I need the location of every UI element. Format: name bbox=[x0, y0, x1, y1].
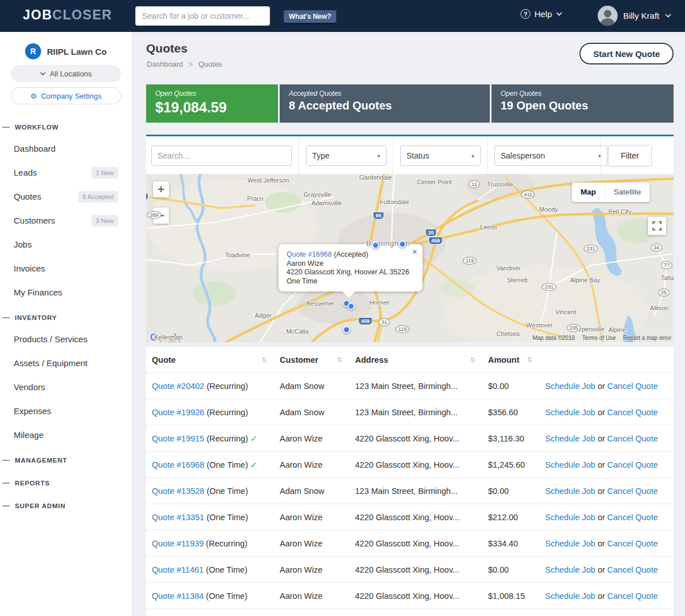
user-menu[interactable]: Billy Kraft bbox=[598, 6, 671, 26]
global-search-input[interactable] bbox=[135, 6, 270, 26]
sidebar-item-invoices[interactable]: Invoices bbox=[0, 257, 132, 281]
map-marker-1[interactable] bbox=[372, 242, 380, 249]
quote-link[interactable]: Quote #19915 bbox=[152, 434, 204, 443]
status-select[interactable]: Status ▾ bbox=[400, 145, 481, 166]
sort-icon[interactable]: ⇅ bbox=[261, 356, 267, 364]
whats-new-button[interactable]: What's New? bbox=[284, 10, 336, 23]
schedule-job-link[interactable]: Schedule Job bbox=[545, 434, 595, 443]
company-settings-button[interactable]: ⚙ Company Settings bbox=[11, 87, 121, 104]
help-label: Help bbox=[534, 9, 552, 19]
google-logo[interactable]: Google bbox=[150, 333, 182, 342]
cancel-quote-link[interactable]: Cancel Quote bbox=[607, 539, 658, 548]
section-dash-icon bbox=[2, 483, 10, 484]
table-row: Quote #19915 (Recurring)✓Aaron Wize4220 … bbox=[146, 425, 674, 452]
sort-icon[interactable]: ⇅ bbox=[470, 356, 476, 364]
map-canvas[interactable]: + − Map Satellite × Quote #16968 (Accept… bbox=[146, 174, 674, 342]
column-header-amount[interactable]: Amount⇅ bbox=[482, 355, 539, 364]
customer-cell: Aaron Wize bbox=[274, 565, 349, 574]
column-header-customer[interactable]: Customer⇅ bbox=[274, 355, 349, 364]
quote-link[interactable]: Quote #13351 bbox=[152, 513, 204, 522]
map-marker-4[interactable] bbox=[348, 303, 355, 310]
sidebar-item-vendors[interactable]: Vendors bbox=[0, 375, 132, 399]
sidebar-item-quotes[interactable]: Quotes8 Accepted bbox=[0, 185, 132, 209]
section-label: WORKFLOW bbox=[15, 117, 59, 137]
schedule-job-link[interactable]: Schedule Job bbox=[545, 565, 595, 574]
sidebar-item-dashboard[interactable]: Dashboard bbox=[0, 137, 132, 161]
cancel-quote-link[interactable]: Cancel Quote bbox=[607, 487, 658, 496]
sidebar-nav: WORKFLOWDashboardLeads1 NewQuotes8 Accep… bbox=[0, 117, 132, 516]
info-window-quote-link[interactable]: Quote #16968 bbox=[287, 250, 332, 258]
sidebar-item-expenses[interactable]: Expenses bbox=[0, 399, 132, 423]
quote-link[interactable]: Quote #11939 bbox=[152, 539, 204, 548]
sidebar-item-assets-equipment[interactable]: Assets / Equipment bbox=[0, 351, 132, 375]
schedule-job-link[interactable]: Schedule Job bbox=[545, 460, 595, 469]
schedule-job-link[interactable]: Schedule Job bbox=[545, 513, 595, 522]
app-logo[interactable]: JOBCLOSER bbox=[23, 7, 112, 23]
schedule-job-link[interactable]: Schedule Job bbox=[545, 487, 595, 496]
cancel-quote-link[interactable]: Cancel Quote bbox=[607, 434, 658, 443]
quote-link[interactable]: Quote #11384 bbox=[152, 591, 204, 601]
sidebar-item-my-finances[interactable]: My Finances bbox=[0, 281, 132, 305]
sidebar-item-mileage[interactable]: Mileage bbox=[0, 423, 132, 447]
quote-link[interactable]: Quote #16968 bbox=[152, 460, 204, 469]
filter-button[interactable]: Filter bbox=[608, 145, 652, 167]
address-cell: 4220 Glasscott Xing, Hoov... bbox=[349, 460, 482, 469]
action-separator: or bbox=[595, 408, 607, 417]
map-type-map-button[interactable]: Map bbox=[572, 183, 605, 202]
close-icon[interactable]: × bbox=[412, 248, 417, 257]
sidebar-item-leads[interactable]: Leads1 New bbox=[0, 161, 132, 185]
map-type-satellite-button[interactable]: Satellite bbox=[605, 183, 650, 202]
quote-cell: Quote #11384 (One Time) bbox=[146, 591, 274, 601]
map-marker-5[interactable] bbox=[343, 326, 350, 334]
terms-of-use-link[interactable]: Terms of Use bbox=[582, 335, 616, 341]
map-marker-2[interactable] bbox=[399, 241, 406, 248]
section-label: SUPER ADMIN bbox=[15, 496, 66, 516]
settings-label: Company Settings bbox=[41, 92, 102, 100]
column-header-address[interactable]: Address⇅ bbox=[349, 355, 482, 364]
sidebar-item-products-services[interactable]: Products / Services bbox=[0, 327, 132, 351]
sidebar-item-jobs[interactable]: Jobs bbox=[0, 233, 132, 257]
zoom-in-button[interactable]: + bbox=[153, 181, 169, 197]
quote-link[interactable]: Quote #11461 bbox=[152, 565, 204, 574]
cancel-quote-link[interactable]: Cancel Quote bbox=[607, 565, 658, 574]
cancel-quote-link[interactable]: Cancel Quote bbox=[607, 408, 658, 417]
sidebar-item-label: Expenses bbox=[14, 406, 51, 416]
start-new-quote-button[interactable]: Start New Quote bbox=[579, 43, 674, 64]
breadcrumb-dashboard[interactable]: Dashboard bbox=[147, 60, 183, 68]
sidebar-item-customers[interactable]: Customers3 New bbox=[0, 209, 132, 233]
quote-link[interactable]: Quote #19926 bbox=[152, 408, 204, 417]
column-header-quote[interactable]: Quote⇅ bbox=[146, 355, 274, 364]
table-row: Quote #11939 (Recurring)Aaron Wize4220 G… bbox=[146, 530, 674, 557]
sort-icon[interactable]: ⇅ bbox=[337, 356, 342, 364]
google-logo-letter: G bbox=[150, 333, 157, 342]
quote-link[interactable]: Quote #20402 bbox=[152, 382, 204, 391]
table-search-input[interactable] bbox=[151, 145, 292, 166]
report-map-error-link[interactable]: Report a map error bbox=[623, 335, 671, 341]
amount-cell: $0.00 bbox=[482, 565, 539, 574]
quote-type: (Recurring) bbox=[204, 434, 248, 443]
route-shield-459: 459 bbox=[428, 237, 442, 245]
type-select[interactable]: Type ▾ bbox=[306, 145, 386, 166]
actions-cell: Schedule Job or Cancel Quote bbox=[539, 539, 674, 548]
actions-cell: Schedule Job or Cancel Quote bbox=[539, 591, 674, 601]
cancel-quote-link[interactable]: Cancel Quote bbox=[607, 591, 658, 601]
stat-card-open-quotes-count: Open Quotes 19 Open Quotes bbox=[491, 84, 674, 123]
quotes-table: Quote⇅Customer⇅Address⇅Amount⇅⇅ Quote #2… bbox=[146, 347, 674, 616]
schedule-job-link[interactable]: Schedule Job bbox=[545, 591, 595, 601]
table-row: Quote #19926 (Recurring)Adam Snow123 Mai… bbox=[146, 399, 674, 425]
help-menu[interactable]: ? Help bbox=[521, 9, 562, 19]
salesperson-select[interactable]: Salesperson ▾ bbox=[494, 145, 607, 166]
cancel-quote-link[interactable]: Cancel Quote bbox=[607, 382, 658, 391]
schedule-job-link[interactable]: Schedule Job bbox=[545, 382, 595, 391]
sort-icon[interactable]: ⇅ bbox=[527, 356, 533, 364]
chevron-down-icon bbox=[556, 12, 562, 16]
fullscreen-button[interactable] bbox=[648, 217, 666, 235]
schedule-job-link[interactable]: Schedule Job bbox=[545, 408, 595, 417]
schedule-job-link[interactable]: Schedule Job bbox=[545, 539, 595, 548]
info-window-address: 4220 Glasscott Xing, Hoover AL 35226 bbox=[287, 268, 414, 277]
cancel-quote-link[interactable]: Cancel Quote bbox=[607, 513, 658, 522]
locations-dropdown[interactable]: All Locations bbox=[11, 65, 121, 82]
quote-link[interactable]: Quote #13528 bbox=[152, 487, 204, 496]
cancel-quote-link[interactable]: Cancel Quote bbox=[607, 460, 658, 469]
section-label: MANAGEMENT bbox=[15, 451, 67, 470]
